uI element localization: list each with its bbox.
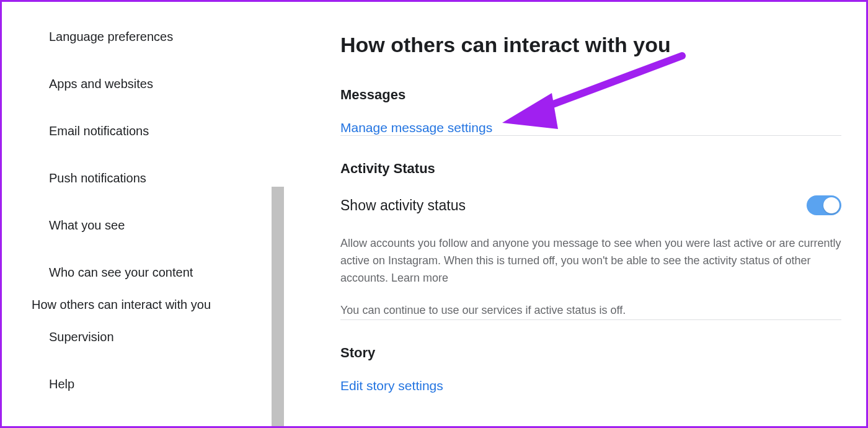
sidebar-scroll[interactable]: Language preferences Apps and websites E… <box>2 13 284 426</box>
activity-status-description-1: Allow accounts you follow and anyone you… <box>340 235 841 287</box>
sidebar-scrollbar[interactable] <box>272 2 284 426</box>
section-divider <box>340 319 841 320</box>
section-activity-status: Activity Status Show activity status All… <box>340 161 841 319</box>
sidebar-item-supervision[interactable]: Supervision <box>2 313 284 360</box>
sidebar-item-help[interactable]: Help <box>2 360 284 408</box>
sidebar-item-apps-and-websites[interactable]: Apps and websites <box>2 60 284 107</box>
edit-story-settings-link[interactable]: Edit story settings <box>340 378 443 393</box>
manage-message-settings-link[interactable]: Manage message settings <box>340 120 492 135</box>
sidebar-item-push-notifications[interactable]: Push notifications <box>2 154 284 202</box>
section-heading-activity-status: Activity Status <box>340 161 841 177</box>
sidebar-scrollbar-thumb[interactable] <box>272 187 284 428</box>
settings-frame: Language preferences Apps and websites E… <box>0 0 868 428</box>
activity-status-label: Show activity status <box>340 197 466 214</box>
page-title: How others can interact with you <box>340 33 841 57</box>
toggle-knob <box>823 197 839 213</box>
section-heading-story: Story <box>340 345 841 361</box>
settings-main: How others can interact with you Message… <box>285 2 866 426</box>
activity-status-description-2: You can continue to use our services if … <box>340 302 841 319</box>
section-story: Story Edit story settings <box>340 345 841 393</box>
section-heading-messages: Messages <box>340 87 841 103</box>
sidebar-item-what-you-see[interactable]: What you see <box>2 202 284 249</box>
section-divider <box>340 135 841 136</box>
sidebar-item-email-notifications[interactable]: Email notifications <box>2 107 284 154</box>
activity-status-row: Show activity status <box>340 195 841 215</box>
settings-sidebar: Language preferences Apps and websites E… <box>2 2 284 426</box>
sidebar-item-who-can-see-your-content[interactable]: Who can see your content <box>2 249 284 296</box>
activity-status-toggle[interactable] <box>807 195 841 215</box>
sidebar-item-how-others-can-interact[interactable]: How others can interact with you <box>2 296 284 313</box>
sidebar-item-how-others-can-interact-label: How others can interact with you <box>32 296 254 313</box>
sidebar-item-language-preferences[interactable]: Language preferences <box>2 13 284 60</box>
